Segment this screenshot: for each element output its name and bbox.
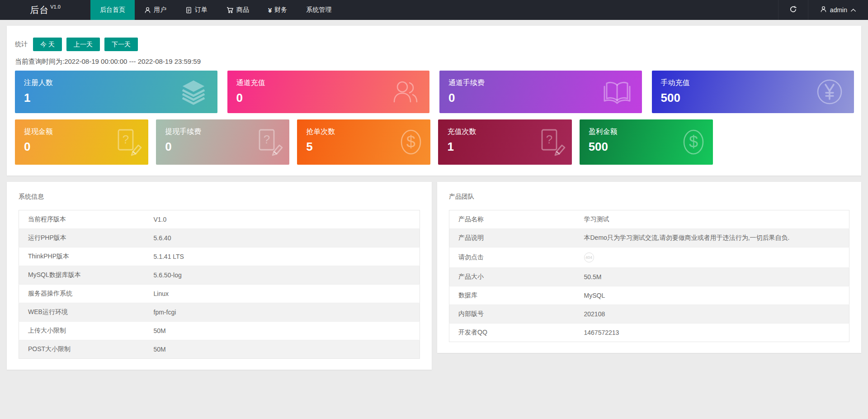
stat-cards-row-1: 注册人数 1 通道充值 0 通道手续费 0 手动充值 500 — [15, 71, 854, 113]
file-question-icon: ? — [113, 128, 142, 157]
row-value: 404 — [580, 248, 849, 268]
table-row: 内部版号 202108 — [449, 305, 849, 324]
row-value: 50M — [149, 340, 420, 359]
system-info-table: 当前程序版本 V1.0 运行PHP版本 5.6.40 ThinkPHP版本 5.… — [19, 210, 420, 359]
table-row: 产品大小 50.5M — [449, 268, 849, 286]
status-badge[interactable]: 404 — [584, 252, 594, 262]
svg-text:?: ? — [546, 133, 552, 146]
row-value: 50.5M — [580, 268, 849, 286]
svg-text:$: $ — [689, 133, 698, 151]
row-label: 产品名称 — [449, 210, 580, 229]
row-value: V1.0 — [149, 210, 420, 229]
table-row: 请勿点击 404 — [449, 248, 849, 268]
users-icon — [391, 77, 420, 106]
yen-icon: ¥ — [268, 6, 272, 14]
stat-cards-row-2: 提现金额 0 ? 提现手续费 0 ? 抢单次数 5 $ 充值次数 1 ? 盈利金… — [15, 119, 854, 165]
nav-item-finance[interactable]: ¥ 财务 — [259, 0, 297, 20]
nav-item-label: 商品 — [236, 6, 249, 14]
navbar-right: admin — [778, 0, 868, 20]
row-label: 产品大小 — [449, 268, 580, 286]
file-question-icon: ? — [254, 128, 283, 157]
stat-card: 注册人数 1 — [15, 71, 217, 113]
row-label: 产品说明 — [449, 229, 580, 248]
table-row: 当前程序版本 V1.0 — [19, 210, 420, 229]
row-label: 当前程序版本 — [19, 210, 149, 229]
table-row: 开发者QQ 1467572213 — [449, 324, 849, 342]
row-label: 内部版号 — [449, 305, 580, 324]
stat-card: 提现手续费 0 ? — [156, 119, 289, 165]
table-row: WEB运行环境 fpm-fcgi — [19, 303, 420, 322]
table-row: ThinkPHP版本 5.1.41 LTS — [19, 248, 420, 266]
nav-item-goods[interactable]: 商品 — [217, 0, 259, 20]
nav-item-label: 订单 — [195, 6, 208, 14]
nav-item-label: 系统管理 — [306, 6, 331, 14]
logo-version: V1.0 — [50, 4, 61, 10]
table-row: 数据库 MySQL — [449, 286, 849, 305]
order-icon — [185, 7, 192, 14]
nav-item-home[interactable]: 后台首页 — [90, 0, 135, 20]
svg-text:?: ? — [123, 133, 129, 146]
yen-circle-icon — [815, 77, 844, 106]
cart-icon — [226, 6, 234, 14]
product-team-title: 产品团队 — [449, 193, 855, 201]
row-label: WEB运行环境 — [19, 303, 149, 322]
stats-toolbar: 统计 今 天 上一天 下一天 — [15, 38, 854, 51]
stat-card: 抢单次数 5 $ — [297, 119, 430, 165]
row-value: 本Demo只为学习测试交流,请勿要做商业或者用于违法行为,一切后果自负. — [580, 229, 849, 248]
nav-item-system[interactable]: 系统管理 — [297, 0, 341, 20]
table-row: 服务器操作系统 Linux — [19, 285, 420, 303]
stat-card: 充值次数 1 ? — [438, 119, 571, 165]
nav-item-orders[interactable]: 订单 — [176, 0, 217, 20]
table-row: 产品名称 学习测试 — [449, 210, 849, 229]
next-day-button[interactable]: 下一天 — [104, 38, 138, 51]
nav-item-label: 财务 — [274, 6, 287, 14]
app-logo: 后台 V1.0 — [0, 0, 90, 20]
row-label: 运行PHP版本 — [19, 229, 149, 248]
chevron-up-icon — [850, 6, 856, 14]
row-label: MySQL数据库版本 — [19, 266, 149, 285]
admin-menu[interactable]: admin — [808, 0, 868, 20]
row-label: POST大小限制 — [19, 340, 149, 359]
row-label: 上传大小限制 — [19, 322, 149, 340]
product-team-panel: 产品团队 产品名称 学习测试 产品说明 本Demo只为学习测试交流,请勿要做商业… — [437, 182, 861, 353]
table-row: 运行PHP版本 5.6.40 — [19, 229, 420, 248]
refresh-button[interactable] — [778, 0, 808, 20]
row-value: 1467572213 — [580, 324, 849, 342]
svg-text:$: $ — [406, 133, 415, 151]
stat-card: 手动充值 500 — [652, 71, 854, 113]
table-row: 上传大小限制 50M — [19, 322, 420, 340]
row-value: fpm-fcgi — [149, 303, 420, 322]
row-label: ThinkPHP版本 — [19, 248, 149, 266]
row-label: 数据库 — [449, 286, 580, 305]
row-value: 50M — [149, 322, 420, 340]
refresh-icon — [789, 5, 797, 14]
prev-day-button[interactable]: 上一天 — [66, 38, 100, 51]
row-value: 学习测试 — [580, 210, 849, 229]
product-team-table: 产品名称 学习测试 产品说明 本Demo只为学习测试交流,请勿要做商业或者用于违… — [449, 210, 849, 342]
nav-item-users[interactable]: 用户 — [135, 0, 176, 20]
nav-item-label: 后台首页 — [100, 6, 125, 14]
info-section: 系统信息 当前程序版本 V1.0 运行PHP版本 5.6.40 ThinkPHP… — [7, 182, 861, 370]
row-value: MySQL — [580, 286, 849, 305]
file-question-icon: ? — [537, 128, 566, 157]
username: admin — [830, 6, 847, 14]
row-value: 5.6.40 — [149, 229, 420, 248]
dollar-circle-icon: $ — [398, 127, 424, 157]
stat-card: 通道充值 0 — [227, 71, 430, 113]
user-icon — [820, 6, 827, 14]
row-value: 202108 — [580, 305, 849, 324]
query-time-text: 当前查询时间为:2022-08-19 00:00:00 --- 2022-08-… — [15, 57, 854, 66]
row-label: 请勿点击 — [449, 248, 580, 268]
row-value: 5.1.41 LTS — [149, 248, 420, 266]
logo-text: 后台 — [30, 4, 49, 16]
stat-card: 提现金额 0 ? — [15, 119, 148, 165]
row-value: 5.6.50-log — [149, 266, 420, 285]
main-nav: 后台首页 用户 订单 商品 ¥ 财务 系统管理 — [90, 0, 341, 20]
table-row: POST大小限制 50M — [19, 340, 420, 359]
row-label: 开发者QQ — [449, 324, 580, 342]
today-button[interactable]: 今 天 — [33, 38, 62, 51]
table-row: 产品说明 本Demo只为学习测试交流,请勿要做商业或者用于违法行为,一切后果自负… — [449, 229, 849, 248]
dashboard-page: { "navbar": { "logo": "后台", "version": "… — [0, 0, 868, 419]
table-row: MySQL数据库版本 5.6.50-log — [19, 266, 420, 285]
nav-item-label: 用户 — [154, 6, 166, 14]
